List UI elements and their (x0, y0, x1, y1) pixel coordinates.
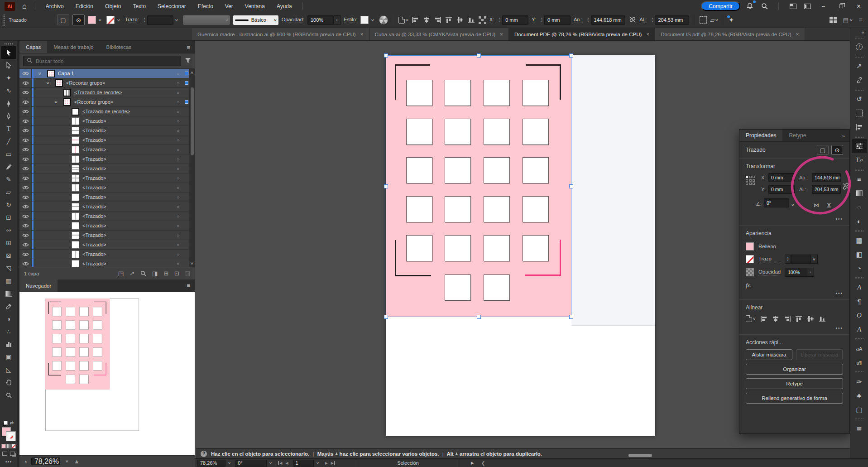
align-middle-icon[interactable] (807, 316, 815, 322)
visibility-eye-icon[interactable] (19, 259, 32, 267)
restore-button[interactable] (834, 1, 848, 11)
target-circle-icon[interactable]: ○ (174, 204, 182, 209)
scale-tool[interactable]: ⊡ (1, 211, 16, 224)
stroke-weight-label[interactable]: Trazo: (125, 17, 139, 23)
curvature-tool[interactable] (1, 110, 16, 122)
layer-row[interactable]: ∨ <Trazado> ○ (19, 183, 195, 193)
layer-name[interactable]: <Trazado> (82, 147, 106, 152)
zoom-in-icon[interactable]: ▲ (74, 458, 80, 465)
target-circle-icon[interactable]: ○ (174, 242, 182, 247)
share-button[interactable]: Compartir (701, 1, 740, 11)
navigator-tab[interactable]: Navegador (19, 279, 58, 292)
visibility-eye-icon[interactable] (19, 88, 32, 97)
notifications-bell-icon[interactable] (745, 1, 755, 11)
paintbrush-tool[interactable] (1, 160, 16, 173)
target-circle-icon[interactable]: ○ (174, 109, 182, 114)
brushes-panel-icon[interactable]: ✑ (852, 375, 867, 389)
panel-tab[interactable]: Capas (19, 41, 47, 53)
menu-item[interactable]: Texto (127, 0, 152, 12)
height-label[interactable]: Al.: (640, 17, 647, 23)
drag-grip[interactable] (2, 14, 5, 26)
tab-close-icon[interactable]: × (500, 31, 503, 38)
transform-widget-button[interactable]: ▢ (817, 145, 829, 155)
search-icon[interactable] (759, 1, 769, 11)
properties-tab[interactable]: Propiedades (739, 130, 782, 141)
default-fill-stroke-icon[interactable] (4, 421, 8, 425)
visibility-eye-icon[interactable] (19, 135, 32, 144)
layer-row[interactable]: ∨ <Trazado de recorte> ○ (19, 88, 195, 97)
width-label[interactable]: An.: (574, 17, 583, 23)
menu-item[interactable]: Seleccionar (152, 0, 192, 12)
character-styles-panel-icon[interactable]: aA (852, 342, 867, 356)
layer-row[interactable]: ∨ <Trazado> ○ (19, 231, 195, 240)
rectangle-tool[interactable]: ▭ (1, 148, 16, 160)
layer-name[interactable]: <Trazado> (82, 156, 106, 162)
filter-funnel-icon[interactable] (185, 57, 191, 65)
artboards-panel-icon[interactable] (852, 106, 867, 120)
panel-tab[interactable]: Bibliotecas (100, 41, 138, 53)
target-circle-icon[interactable]: ○ (174, 90, 182, 95)
expand-chevron-icon[interactable]: ∨ (46, 81, 56, 85)
layer-name[interactable]: Capa 1 (58, 71, 74, 76)
magic-wand-tool[interactable]: ✦ (1, 72, 16, 84)
properties-tab[interactable]: Retype (782, 130, 812, 141)
none-button[interactable] (11, 444, 16, 448)
rotation-field[interactable]: 0° (235, 460, 267, 467)
layer-name[interactable]: <Trazado de recorte> (82, 109, 130, 114)
color-button[interactable] (1, 444, 6, 448)
release-clip-icon[interactable]: ↗ (129, 270, 134, 277)
layer-row[interactable]: ∨ <Trazado> ○ (19, 240, 195, 250)
layer-row[interactable]: ∨ <Trazado> ○ (19, 164, 195, 173)
delete-layer-icon[interactable] (185, 270, 190, 276)
stroke-weight-chevron-icon[interactable]: ∨ (173, 15, 180, 24)
layer-row[interactable]: ∨ <Trazado> ○ (19, 202, 195, 212)
first-artboard-icon[interactable]: ◀ (278, 461, 282, 465)
stroke-weight-stepper[interactable]: ∧∨ (142, 18, 147, 23)
slice-tool[interactable]: ◺ (1, 363, 16, 376)
expand-chevron-icon[interactable]: ∨ (38, 72, 48, 76)
link-dimensions-icon[interactable] (628, 15, 637, 24)
stroke-weight-chevron-icon[interactable]: ∨ (811, 255, 818, 264)
align-top-icon[interactable] (446, 17, 453, 23)
visibility-eye-icon[interactable] (19, 97, 32, 106)
layer-row[interactable]: ∨ <Trazado> ○ (19, 116, 195, 126)
layer-name[interactable]: <Trazado> (82, 175, 106, 181)
expand-chevron-icon[interactable]: ∨ (54, 100, 64, 104)
layer-name[interactable]: <Trazado> (82, 213, 106, 219)
stroke-style-dropdown[interactable]: Básico ∨ (233, 15, 278, 25)
layer-row[interactable]: ∨ <Trazado> ○ (19, 145, 195, 154)
document-tab[interactable]: Guernica madre - ilustracion.ai @ 600 % … (192, 28, 369, 40)
symbol-sprayer-tool[interactable]: ∴ (1, 325, 16, 338)
target-circle-icon[interactable]: ○ (174, 195, 182, 200)
properties-panel-icon[interactable] (852, 139, 867, 153)
scroll-up-icon[interactable]: ∧ (190, 71, 194, 75)
more-options-icon[interactable]: ••• (739, 290, 849, 299)
workspace-layout-icon[interactable] (788, 1, 798, 11)
layer-row[interactable]: ∨ <Trazado> ○ (19, 212, 195, 221)
panel-layout-icon[interactable] (802, 1, 812, 11)
layers-panel-icon[interactable]: ≣ (852, 422, 867, 436)
stroke-weight-field[interactable] (791, 255, 811, 264)
control-menu-icon[interactable]: ≡ (859, 16, 863, 24)
character-panel-icon[interactable]: A (852, 280, 867, 294)
align-panel-icon[interactable] (852, 120, 867, 134)
blend-tool[interactable]: ◑ (1, 313, 16, 325)
scrollbar-thumb[interactable] (191, 87, 194, 155)
draw-normal-icon[interactable] (2, 452, 7, 456)
visibility-eye-icon[interactable] (19, 183, 32, 192)
x-field[interactable]: 0 mm (502, 15, 528, 25)
visibility-eye-icon[interactable] (19, 221, 32, 230)
visibility-eye-icon[interactable] (19, 107, 32, 116)
x-label[interactable]: X: (489, 17, 494, 23)
menu-item[interactable]: Efecto (192, 0, 219, 12)
target-circle-icon[interactable]: ○ (174, 147, 182, 152)
target-circle-icon[interactable]: ○ (174, 81, 182, 86)
layers-scrollbar[interactable]: ∧ ∨ (189, 69, 195, 267)
eraser-tool[interactable]: ▱ (1, 186, 16, 198)
visibility-eye-icon[interactable] (19, 154, 32, 164)
color-panel-icon[interactable]: ◧ (852, 247, 867, 261)
menu-item[interactable]: Ayuda (271, 0, 298, 12)
align-left-icon[interactable] (412, 17, 419, 23)
navigator-preview[interactable] (19, 292, 195, 455)
target-circle-icon[interactable]: ○ (174, 157, 182, 162)
